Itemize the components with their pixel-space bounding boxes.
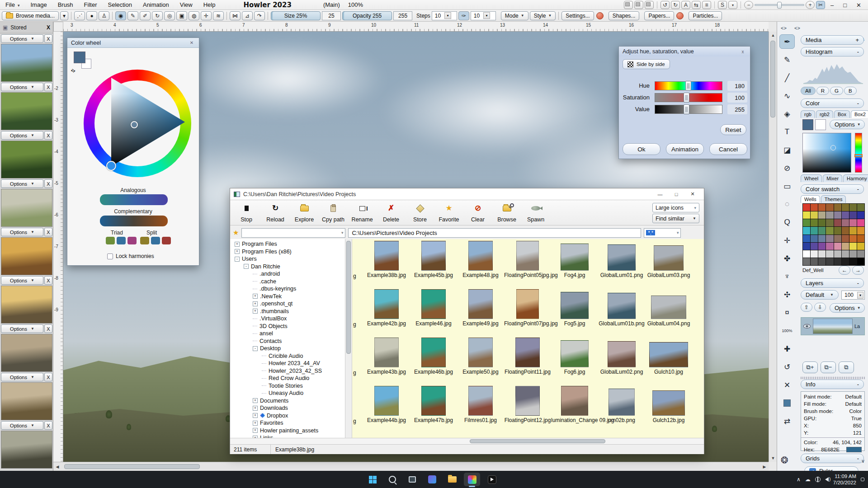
tree-item[interactable]: +Favorites — [230, 419, 345, 427]
duplicate-layer-button[interactable]: ⧉ — [839, 361, 854, 373]
triangle-marker[interactable] — [131, 121, 138, 128]
tree-expander[interactable]: + — [253, 309, 258, 314]
hsv-close-icon[interactable]: x — [739, 48, 746, 55]
channel-all[interactable]: All — [801, 87, 816, 95]
size-value[interactable]: 25 — [322, 11, 341, 20]
stored-item[interactable]: Options▼X — [0, 130, 53, 178]
palette-cell[interactable] — [826, 258, 833, 265]
palette-cell[interactable] — [818, 258, 826, 265]
file-thumbnail-item[interactable]: FloatingPoint05jpg.jpg — [504, 241, 551, 278]
palette-cell[interactable] — [857, 258, 864, 265]
stored-close-button[interactable]: X — [44, 228, 52, 236]
palette-cell[interactable] — [857, 235, 864, 242]
file-thumbnail-item[interactable]: Filmres01.jpg — [457, 386, 504, 423]
style-button[interactable]: Style▼ — [530, 11, 556, 20]
paste-canvas-icon[interactable] — [634, 1, 643, 9]
tree-item[interactable]: -Desktop — [230, 345, 345, 352]
rect-select-tool[interactable]: ▭ — [779, 179, 795, 193]
tree-expander[interactable]: + — [253, 413, 258, 418]
transform-tool[interactable]: ◈ — [779, 107, 795, 121]
tree-item[interactable]: .dbus-keyrings — [230, 285, 345, 293]
rotate-icon[interactable]: ↻ — [152, 11, 163, 20]
pin-tool[interactable]: ✛ — [779, 233, 795, 248]
layer-visibility-toggle[interactable] — [801, 324, 813, 328]
file-thumbnail-item[interactable]: FloatingPoint07jpg.jpg — [504, 289, 551, 327]
pen-icon[interactable]: ✐ — [140, 11, 151, 20]
palette-cell[interactable] — [849, 219, 857, 226]
airbrush-steps-select[interactable]: 10▾ — [471, 11, 496, 20]
palette-cell[interactable] — [857, 243, 864, 250]
panel-scroll-down-icon[interactable]: ∨ — [861, 458, 865, 464]
find-similar-button[interactable]: Find similar▼ — [652, 214, 699, 223]
view-mode-select[interactable]: Large icons▾ — [652, 203, 699, 212]
add-layer-button[interactable]: ⧉+ — [802, 361, 818, 373]
app-maximize-button[interactable]: □ — [839, 2, 851, 9]
well-next-button[interactable]: → — [852, 266, 864, 275]
file-thumbnail-item[interactable]: Gulch10.jpg — [645, 338, 692, 375]
stored-item[interactable]: Options▼X — [0, 275, 53, 324]
file-thumbnail-item[interactable]: GlobalLum03.png — [645, 241, 692, 278]
tree-expander[interactable]: + — [253, 294, 258, 299]
cancel-button[interactable]: Cancel — [709, 143, 747, 155]
curve-tool[interactable]: ∿ — [779, 89, 795, 103]
palette-cell[interactable] — [803, 204, 810, 211]
palette-cell[interactable] — [826, 204, 833, 211]
swatch-tab-wells[interactable]: Wells — [801, 195, 820, 203]
media-panel-header[interactable]: Media+ — [801, 35, 864, 45]
stored-options-button[interactable]: Options▼ — [1, 324, 43, 333]
layer-up-button[interactable]: ⇧ — [801, 303, 812, 312]
zoom-100-tool[interactable]: 100% — [779, 324, 795, 338]
secondary-color-well[interactable] — [815, 119, 826, 130]
harmony-swatch[interactable] — [117, 237, 126, 244]
tree-item[interactable]: +Howler painting_assets — [230, 427, 345, 435]
palette-cell[interactable] — [842, 211, 849, 219]
palette-cell[interactable] — [834, 204, 841, 211]
palette-cell[interactable] — [826, 211, 833, 219]
palette-cell[interactable] — [811, 204, 818, 211]
network-icon[interactable] — [815, 477, 821, 482]
palette-cell[interactable] — [857, 227, 864, 234]
canvas-vertical-scrollbar[interactable]: ▲ ▼ — [769, 32, 777, 462]
cancel-tool[interactable]: ✕ — [779, 378, 795, 392]
app-minimize-button[interactable]: – — [826, 2, 838, 9]
palette-cell[interactable] — [811, 227, 818, 234]
harmony-swatch[interactable] — [127, 237, 137, 244]
file-thumbnail-item[interactable]: Fog5.jpg — [551, 289, 598, 327]
browse-media-caret[interactable]: ▾ — [60, 11, 68, 20]
airbrush-tool[interactable]: ✎ — [779, 52, 795, 67]
tree-item[interactable]: Cricible Audio — [230, 352, 345, 360]
palette-cell[interactable] — [811, 250, 818, 258]
page-flip-icon[interactable]: ↷ — [254, 11, 265, 20]
disc-icon[interactable]: ◍ — [189, 11, 199, 20]
file-thumbnail-item[interactable]: FloatingPoint11.jpg — [504, 338, 551, 375]
palette-cell[interactable] — [834, 211, 841, 219]
grab-tool[interactable]: ✣ — [779, 287, 795, 302]
clone-brush-icon[interactable]: ♙ — [99, 11, 109, 20]
color-swatch-tool[interactable] — [779, 396, 795, 410]
slider-handle[interactable] — [684, 104, 689, 114]
animation-button[interactable]: Animation — [666, 143, 704, 155]
file-thumbnail-item[interactable]: Example46.jpg — [410, 289, 457, 327]
settings-clear-icon[interactable] — [596, 12, 604, 19]
palette-cell[interactable] — [818, 219, 826, 226]
start-button[interactable] — [364, 473, 381, 486]
file-thumbnail-item[interactable]: Gulch12b.jpg — [645, 386, 692, 423]
clock[interactable]: 11:09 AM 7/20/2022 — [833, 473, 856, 486]
tree-item[interactable]: 3D Objects — [230, 323, 345, 330]
layers-panel-header[interactable]: Layers- — [801, 278, 864, 288]
target-icon[interactable]: ◎ — [164, 11, 175, 20]
pencil-icon[interactable]: ✎ — [127, 11, 138, 20]
tree-expander[interactable]: + — [235, 249, 240, 254]
stored-item[interactable]: Options▼X — [0, 372, 53, 420]
file-thumbnail-item[interactable]: Example38b.jpg — [363, 241, 410, 278]
fb-toolbar-rename-button[interactable]: Rename — [348, 202, 377, 224]
volume-icon[interactable] — [825, 477, 829, 482]
perspective-icon[interactable]: ⊿ — [242, 11, 253, 20]
palette-cell[interactable] — [849, 211, 857, 219]
particles-button[interactable]: Particles... — [689, 11, 722, 20]
layer-row[interactable]: La — [801, 317, 865, 335]
reset-button[interactable]: Reset — [720, 124, 746, 135]
hsv-titlebar[interactable]: Adjust hue, saturation, value x — [619, 47, 750, 56]
redo-icon[interactable]: ↻ — [671, 1, 680, 9]
palette-cell[interactable] — [834, 227, 841, 234]
